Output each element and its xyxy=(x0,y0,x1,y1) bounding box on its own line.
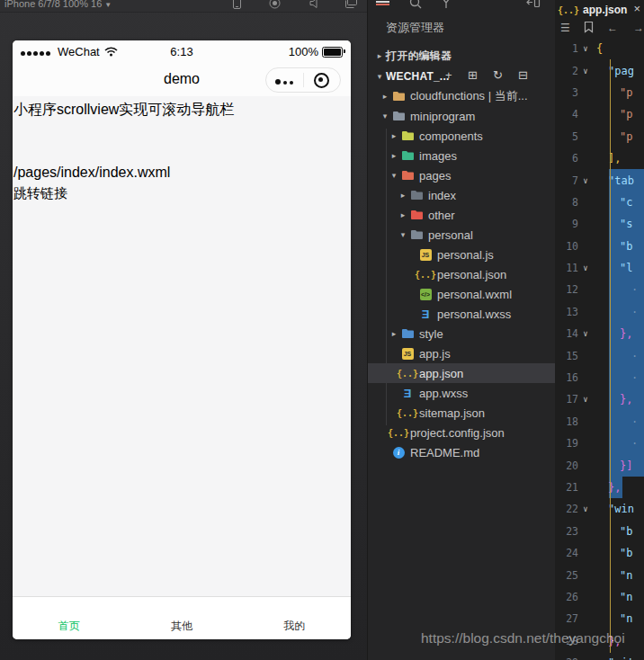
new-folder-icon[interactable]: ⊞ xyxy=(468,68,478,83)
tree-item-label: app.wxss xyxy=(419,387,468,400)
tabbar-item-1[interactable]: 首页 xyxy=(13,597,125,639)
mute-icon[interactable] xyxy=(309,0,320,11)
line-number: 6 xyxy=(555,152,578,165)
chevron-down-icon[interactable]: ▾ xyxy=(379,111,391,120)
fold-chevron-icon[interactable]: ∨ xyxy=(578,176,593,185)
chevron-down-icon[interactable]: ▾ xyxy=(397,230,409,239)
code-line-24[interactable]: 24"b xyxy=(555,542,644,564)
dock-icon[interactable] xyxy=(526,0,541,8)
tree-item-label: personal.json xyxy=(437,268,506,281)
workspace-label: WECHAT_... xyxy=(386,70,449,83)
code-line-25[interactable]: 25"n xyxy=(555,564,644,585)
tree-item-personal.wxml[interactable]: </>personal.wxml xyxy=(368,284,555,304)
code-line-14[interactable]: 14∨}, xyxy=(555,323,644,344)
open-editors-section[interactable]: ▸ 打开的编辑器 xyxy=(368,46,555,66)
code-line-13[interactable]: 13· · · xyxy=(555,301,644,323)
tabbar-item-2[interactable]: 其他 xyxy=(125,597,237,639)
code-line-29[interactable]: 29"sit xyxy=(555,652,644,660)
code-line-18[interactable]: 18· · · xyxy=(555,411,644,433)
tree-item-personal[interactable]: ▾personal xyxy=(368,225,555,245)
tree-item-app.js[interactable]: JSapp.js xyxy=(368,343,555,363)
tree-item-personal.js[interactable]: JSpersonal.js xyxy=(368,245,555,264)
chevron-down-icon[interactable]: ▾ xyxy=(388,171,400,180)
code-line-11[interactable]: 11∨"l xyxy=(555,257,644,279)
back-icon[interactable]: ← xyxy=(607,22,618,34)
fold-chevron-icon[interactable]: ∨ xyxy=(578,263,593,272)
refresh-icon[interactable]: ↻ xyxy=(493,68,503,83)
bookmark-icon[interactable] xyxy=(584,21,594,36)
more-button[interactable] xyxy=(266,68,303,92)
multi-window-icon[interactable] xyxy=(344,0,357,11)
chevron-right-icon[interactable]: ▸ xyxy=(397,191,409,200)
code-line-17[interactable]: 17∨}, xyxy=(555,388,644,410)
new-file-icon[interactable]: + xyxy=(445,68,452,83)
fold-chevron-icon[interactable]: ∨ xyxy=(578,67,593,76)
jump-link[interactable]: 跳转链接 xyxy=(13,185,67,202)
tree-item-index[interactable]: ▸index xyxy=(368,185,555,205)
editor-tab-appjson[interactable]: {..} app.json × xyxy=(555,0,644,21)
code-line-10[interactable]: 10"b xyxy=(555,236,644,257)
more-icon xyxy=(275,72,293,88)
file-list-icon[interactable] xyxy=(376,0,389,8)
code-line-12[interactable]: 12· · · xyxy=(555,279,644,300)
code-text: "b xyxy=(593,525,632,538)
explorer-title: 资源管理器 xyxy=(386,20,444,36)
chevron-right-icon[interactable]: ▸ xyxy=(379,92,391,101)
search-icon[interactable] xyxy=(409,0,422,9)
code-line-6[interactable]: 6], xyxy=(555,147,644,169)
forward-icon[interactable]: → xyxy=(633,22,644,34)
code-line-16[interactable]: 16· · · xyxy=(555,367,644,388)
folder-icon xyxy=(400,169,415,182)
workspace-section[interactable]: ▾ WECHAT_... + ⊞ ↻ ⊟ xyxy=(368,67,555,86)
tree-item-pages[interactable]: ▾pages xyxy=(368,165,555,185)
tree-item-cloudfunctions-...[interactable]: ▸cloudfunctions | 当前... xyxy=(368,86,555,106)
collapse-all-icon[interactable]: ⊟ xyxy=(518,68,528,83)
fold-chevron-icon[interactable]: ∨ xyxy=(578,395,593,404)
code-line-5[interactable]: 5"p xyxy=(555,126,644,147)
fold-chevron-icon[interactable]: ∨ xyxy=(578,44,593,53)
close-icon[interactable]: × xyxy=(633,2,640,15)
code-line-8[interactable]: 8"c xyxy=(555,192,644,213)
code-line-3[interactable]: 3"p xyxy=(555,82,644,103)
code-text: "c xyxy=(593,196,632,209)
code-line-15[interactable]: 15· · · xyxy=(555,344,644,366)
fold-chevron-icon[interactable]: ∨ xyxy=(578,329,593,338)
tree-item-app.wxss[interactable]: Ǝapp.wxss xyxy=(368,383,555,403)
code-line-2[interactable]: 2∨"pag xyxy=(555,59,644,81)
device-icon[interactable] xyxy=(232,0,242,11)
code-line-1[interactable]: 1∨{ xyxy=(555,38,644,59)
record-icon[interactable] xyxy=(269,0,281,11)
tree-item-personal.wxss[interactable]: Ǝpersonal.wxss xyxy=(368,304,555,324)
code-line-22[interactable]: 22∨"win xyxy=(555,498,644,520)
tree-item-project.config.json[interactable]: {..}project.config.json xyxy=(368,423,555,442)
chevron-right-icon[interactable]: ▸ xyxy=(397,210,409,219)
tree-item-components[interactable]: ▸components xyxy=(368,126,555,146)
code-line-20[interactable]: 20}] xyxy=(555,454,644,476)
device-selector[interactable]: iPhone 6/7/8 100% 16▼ xyxy=(4,0,112,9)
code-line-4[interactable]: 4"p xyxy=(555,103,644,125)
fold-chevron-icon[interactable]: ∨ xyxy=(578,504,593,513)
tree-item-app.json[interactable]: {..}app.json xyxy=(368,363,555,383)
tree-item-style[interactable]: ▸style xyxy=(368,324,555,343)
chevron-right-icon[interactable]: ▸ xyxy=(388,131,400,140)
tree-item-other[interactable]: ▸other xyxy=(368,205,555,225)
code-line-21[interactable]: 21}, xyxy=(555,477,644,498)
code-line-27[interactable]: 27"n xyxy=(555,608,644,629)
tools-icon[interactable] xyxy=(440,0,452,9)
tree-item-sitemap.json[interactable]: {..}sitemap.json xyxy=(368,403,555,423)
tabbar-item-3[interactable]: 我的 xyxy=(238,597,351,639)
exit-button[interactable] xyxy=(304,68,341,92)
code-line-9[interactable]: 9"s xyxy=(555,213,644,235)
tree-item-personal.json[interactable]: {..}personal.json xyxy=(368,264,555,284)
chevron-right-icon[interactable]: ▸ xyxy=(388,329,400,338)
tree-item-miniprogram[interactable]: ▾miniprogram xyxy=(368,106,555,126)
tree-item-images[interactable]: ▸images xyxy=(368,146,555,165)
code-line-7[interactable]: 7∨"tab xyxy=(555,169,644,191)
chevron-right-icon[interactable]: ▸ xyxy=(388,151,400,160)
code-line-23[interactable]: 23"b xyxy=(555,521,644,542)
code-line-19[interactable]: 19· · · xyxy=(555,433,644,454)
code-area[interactable]: 1∨{2∨"pag3"p4"p5"p6],7∨"tab8"c9"s10"b11∨… xyxy=(555,38,644,660)
tree-item-readme.md[interactable]: iREADME.md xyxy=(368,442,555,462)
code-line-26[interactable]: 26"n xyxy=(555,586,644,608)
outline-icon[interactable]: ☰ xyxy=(560,22,570,34)
